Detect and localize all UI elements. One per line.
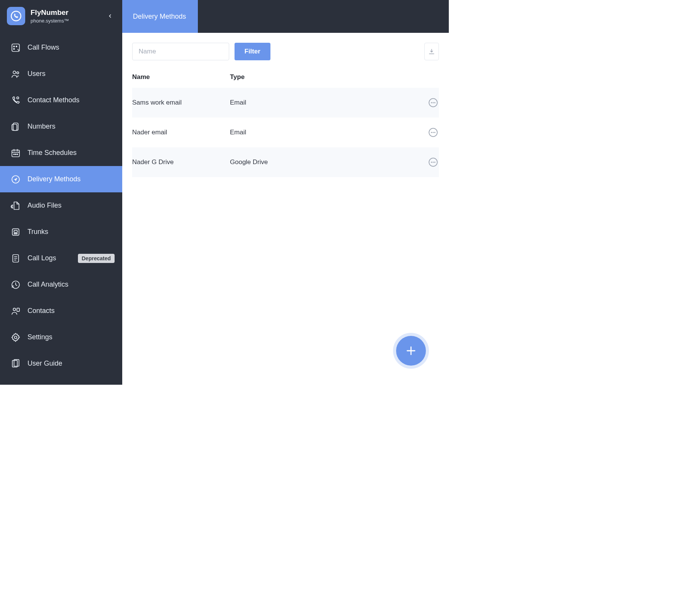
user-guide-icon bbox=[10, 358, 21, 369]
sidebar-item-call-analytics[interactable]: Call Analytics bbox=[0, 271, 122, 298]
sidebar-item-label: Contacts bbox=[28, 307, 55, 315]
svg-point-2 bbox=[13, 46, 15, 47]
trunks-icon bbox=[10, 226, 21, 238]
svg-point-40 bbox=[431, 132, 432, 133]
svg-point-22 bbox=[16, 233, 17, 234]
contacts-icon bbox=[10, 305, 21, 317]
row-actions-button[interactable] bbox=[427, 97, 439, 108]
svg-point-46 bbox=[434, 161, 435, 163]
cell-type: Google Drive bbox=[230, 158, 417, 166]
download-icon bbox=[428, 48, 435, 55]
sidebar-item-call-flows[interactable]: Call Flows bbox=[0, 34, 122, 61]
row-actions-button[interactable] bbox=[427, 127, 439, 138]
svg-point-3 bbox=[16, 46, 17, 47]
cell-name: Sams work email bbox=[132, 99, 230, 106]
svg-point-36 bbox=[431, 102, 432, 103]
cell-type: Email bbox=[230, 99, 417, 106]
brand-header: FlyNumber phone.systems™ bbox=[0, 0, 122, 32]
sidebar-item-contact-methods[interactable]: Contact Methods bbox=[0, 87, 122, 113]
contact-methods-icon bbox=[10, 95, 21, 106]
svg-rect-19 bbox=[14, 230, 18, 232]
brand-title: FlyNumber bbox=[31, 8, 69, 17]
call-flows-icon bbox=[10, 42, 21, 53]
sidebar-item-label: Settings bbox=[28, 333, 52, 341]
sidebar-item-time-schedules[interactable]: Time Schedules bbox=[0, 140, 122, 166]
download-button[interactable] bbox=[424, 43, 439, 60]
sidebar-item-label: Call Analytics bbox=[28, 281, 68, 289]
svg-point-38 bbox=[434, 102, 435, 103]
tab-delivery-methods[interactable]: Delivery Methods bbox=[122, 0, 198, 33]
sidebar-item-contacts[interactable]: Contacts bbox=[0, 298, 122, 324]
table-row[interactable]: Nader email Email bbox=[132, 118, 439, 147]
svg-point-37 bbox=[432, 102, 434, 103]
brand-text: FlyNumber phone.systems™ bbox=[31, 8, 69, 24]
content-area: Filter Name Type Sams work email Email bbox=[122, 33, 449, 385]
svg-rect-31 bbox=[17, 308, 19, 311]
svg-point-6 bbox=[17, 72, 19, 74]
more-horizontal-icon bbox=[428, 127, 438, 137]
main-area: Delivery Methods Filter Name Type bbox=[122, 0, 449, 385]
sidebar-item-call-logs[interactable]: Call Logs Deprecated bbox=[0, 245, 122, 271]
settings-icon bbox=[10, 332, 21, 343]
svg-rect-10 bbox=[12, 150, 19, 156]
column-header-name: Name bbox=[132, 73, 230, 81]
cell-type: Email bbox=[230, 129, 417, 136]
svg-rect-9 bbox=[12, 124, 17, 130]
svg-point-44 bbox=[431, 161, 432, 163]
sidebar-item-trunks[interactable]: Trunks bbox=[0, 219, 122, 245]
add-delivery-method-button[interactable] bbox=[396, 336, 426, 366]
column-header-actions bbox=[417, 73, 439, 81]
top-bar: Delivery Methods bbox=[122, 0, 449, 33]
delivery-methods-icon bbox=[10, 174, 21, 185]
brand-logo bbox=[7, 7, 25, 25]
sidebar-item-label: Users bbox=[28, 70, 45, 78]
sidebar-nav: Call Flows Users Contact Methods Numbers bbox=[0, 32, 122, 377]
sidebar: FlyNumber phone.systems™ Call Flows User… bbox=[0, 0, 122, 385]
table-row[interactable]: Nader G Drive Google Drive bbox=[132, 147, 439, 177]
svg-point-45 bbox=[432, 161, 434, 163]
cell-name: Nader email bbox=[132, 129, 230, 136]
brand-subtitle: phone.systems™ bbox=[31, 18, 69, 24]
svg-point-41 bbox=[432, 132, 434, 133]
svg-point-14 bbox=[14, 154, 15, 155]
sidebar-item-delivery-methods[interactable]: Delivery Methods bbox=[0, 166, 122, 192]
numbers-icon bbox=[10, 121, 21, 132]
svg-point-4 bbox=[13, 48, 15, 49]
sidebar-item-users[interactable]: Users bbox=[0, 61, 122, 87]
row-actions-button[interactable] bbox=[427, 156, 439, 168]
name-filter-input[interactable] bbox=[132, 43, 229, 60]
svg-point-21 bbox=[15, 233, 16, 234]
svg-point-16 bbox=[17, 154, 18, 155]
svg-point-30 bbox=[13, 308, 16, 311]
delivery-methods-table: Name Type Sams work email Email bbox=[132, 73, 439, 177]
sidebar-item-label: Trunks bbox=[28, 228, 48, 236]
table-body: Sams work email Email Nader email Email bbox=[132, 88, 439, 177]
sidebar-item-settings[interactable]: Settings bbox=[0, 324, 122, 350]
sidebar-item-user-guide[interactable]: User Guide bbox=[0, 350, 122, 377]
users-icon bbox=[10, 68, 21, 80]
sidebar-item-label: Call Logs bbox=[28, 254, 56, 262]
svg-point-15 bbox=[15, 154, 16, 155]
sidebar-collapse-button[interactable] bbox=[105, 11, 115, 21]
sidebar-item-numbers[interactable]: Numbers bbox=[0, 113, 122, 140]
plus-icon bbox=[405, 344, 417, 357]
phone-icon bbox=[10, 10, 22, 22]
more-horizontal-icon bbox=[428, 98, 438, 108]
filter-button[interactable]: Filter bbox=[235, 43, 270, 60]
svg-point-42 bbox=[434, 132, 435, 133]
sidebar-item-audio-files[interactable]: Audio Files bbox=[0, 192, 122, 219]
column-header-type: Type bbox=[230, 73, 417, 81]
svg-point-5 bbox=[13, 71, 16, 74]
sidebar-item-label: Contact Methods bbox=[28, 96, 79, 104]
svg-point-7 bbox=[17, 97, 19, 98]
deprecated-badge: Deprecated bbox=[78, 254, 115, 263]
sidebar-item-label: Numbers bbox=[28, 123, 55, 131]
app-root: FlyNumber phone.systems™ Call Flows User… bbox=[0, 0, 449, 385]
sidebar-item-label: Call Flows bbox=[28, 44, 59, 52]
sidebar-item-label: Delivery Methods bbox=[28, 175, 81, 183]
chevron-left-icon bbox=[107, 13, 113, 19]
call-logs-icon bbox=[10, 253, 21, 264]
table-header: Name Type bbox=[132, 73, 439, 88]
svg-point-32 bbox=[15, 336, 17, 339]
table-row[interactable]: Sams work email Email bbox=[132, 88, 439, 118]
